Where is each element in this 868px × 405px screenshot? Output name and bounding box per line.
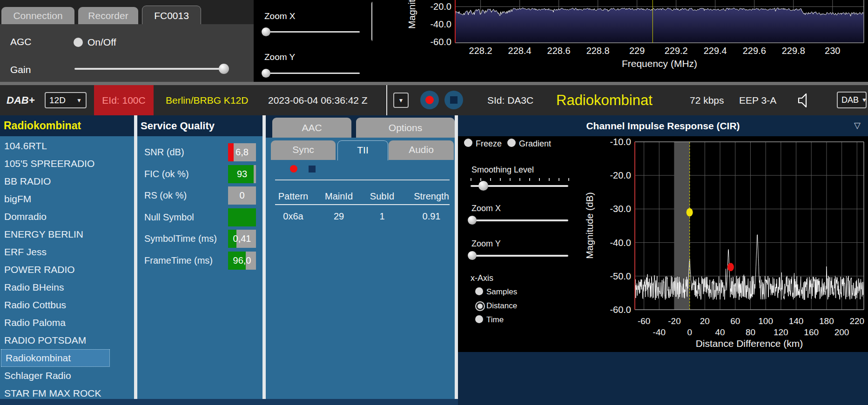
svg-text:228.8: 228.8 [586,46,610,56]
tab-options[interactable]: Options [356,118,455,138]
gain-slider-track[interactable] [74,68,220,70]
tab-connection[interactable]: Connection [1,7,74,24]
spectrum-zoom-controls: Zoom X Zoom Y [254,0,372,82]
gradient-label: Gradient [519,139,551,149]
panel-splitter[interactable] [134,115,137,399]
svg-text:229.6: 229.6 [743,46,766,56]
svg-text:120: 120 [774,327,788,337]
sq-label: FrameTime (ms) [144,252,213,270]
tii-col-header: Pattern [268,191,319,202]
station-list: 104.6RTL105'5 SPREERADIOBB RADIObigFMDom… [0,136,134,399]
station-item[interactable]: Radiokombinat [1,349,110,367]
cir-panel: Freeze Gradient Smoothing Level Zoom X Z… [458,136,868,351]
svg-text:229.4: 229.4 [704,46,727,56]
chevron-down-icon: ▼ [861,97,867,103]
chevron-down-icon: ▼ [76,97,82,104]
agc-radio[interactable] [74,38,83,47]
slider-tick [500,178,501,181]
cir-zoom-y-thumb[interactable] [468,251,477,260]
main-toolbar: DAB+ 12D ▼ EId: 100C Berlin/BRBG K12D 20… [0,85,868,115]
tii-stop-indicator[interactable] [309,166,316,173]
zoom-x-track[interactable] [262,31,360,33]
station-item[interactable]: POWER RADIO [0,261,134,279]
station-item[interactable]: Domradio [0,208,134,226]
station-item[interactable]: bigFM [0,190,134,208]
stop-button[interactable] [444,91,463,109]
service-quality-header: Service Quality [137,115,262,136]
service-quality-title: Service Quality [141,115,215,136]
service-id-label: SId: DA3C [487,85,533,115]
collapse-icon[interactable]: ▽ [854,115,861,136]
station-list-header: Radiokombinat [0,115,134,136]
station-item[interactable]: 105'5 SPREERADIO [0,155,134,173]
svg-text:-60.0: -60.0 [610,305,631,315]
station-item[interactable]: STAR FM MAX ROCK [0,385,134,399]
cir-footer [458,351,868,405]
station-item[interactable]: Schlager Radio [0,367,134,385]
smoothing-slider-thumb[interactable] [478,181,488,191]
sq-value-bar: 6,8 [228,143,256,161]
svg-text:160: 160 [804,327,819,337]
sq-value-text: 0 [228,186,256,205]
station-item[interactable]: Radio Cottbus [0,296,134,314]
station-item[interactable]: BB RADIO [0,173,134,190]
zoom-y-thumb[interactable] [262,69,270,78]
ensemble-id-text: EId: 100C [102,95,145,106]
tab-audio[interactable]: Audio [389,140,454,160]
station-item[interactable]: ERF Jess [0,243,134,261]
svg-text:-60.0: -60.0 [430,37,451,47]
expand-dropdown-button[interactable]: ▼ [393,93,409,108]
zoom-y-track[interactable] [262,73,360,74]
zoom-y-label: Zoom Y [264,52,295,62]
tab-aac[interactable]: AAC [272,118,351,138]
gradient-radio[interactable] [507,139,516,147]
speaker-icon[interactable] [796,92,813,109]
station-item[interactable]: RADIO POTSDAM [0,332,134,349]
output-mode-select[interactable]: DAB ▼ [837,92,867,108]
station-item[interactable]: Radio BHeins [0,279,134,296]
station-item[interactable]: ENERGY BERLIN [0,226,134,243]
mode-label: DAB+ [7,85,35,115]
cir-zoom-y-label: Zoom Y [471,239,501,249]
tii-record-indicator[interactable] [290,165,297,173]
slider-tick [539,178,540,181]
svg-text:Distance Difference (km): Distance Difference (km) [696,338,803,349]
svg-text:-50.0: -50.0 [610,271,631,281]
x-axis-option-label: Distance [486,301,517,311]
sq-value-text: 96,0 [228,252,256,270]
smoothing-label: Smoothing Level [471,165,534,175]
svg-text:-30.0: -30.0 [610,204,631,214]
station-item[interactable]: 104.6RTL [0,137,134,155]
cir-zoom-x-track[interactable] [471,219,568,221]
zoom-x-thumb[interactable] [262,27,270,36]
tii-cell-value: 1 [357,211,408,222]
cir-zoom-y-track[interactable] [471,255,568,257]
tab-tii[interactable]: TII [337,140,388,160]
svg-text:229.8: 229.8 [782,46,805,56]
sq-value-bar: 0 [228,186,256,205]
channel-select-value: 12D [49,95,66,106]
x-axis-radio-distance[interactable] [475,301,485,311]
svg-text:0: 0 [687,327,692,337]
bitrate-label: 72 kbps [690,85,724,115]
panel-splitter[interactable] [262,115,266,399]
x-axis-radio-time[interactable] [475,315,483,323]
echo-path-marker [727,263,734,271]
station-item[interactable]: Radio Paloma [0,314,134,332]
zoom-x-label: Zoom X [264,11,296,21]
decoder-tabs-top: AACOptions [266,115,455,138]
cir-zoom-x-thumb[interactable] [468,216,477,225]
panel-splitter[interactable] [455,115,458,399]
x-axis-radio-samples[interactable] [475,287,483,295]
channel-select[interactable]: 12D ▼ [45,92,87,108]
cir-zoom-x-label: Zoom X [471,204,501,213]
svg-text:200: 200 [834,327,849,337]
svg-text:Magnit: Magnit [406,0,417,29]
bottom-strip [0,399,458,405]
tab-sync[interactable]: Sync [271,140,336,160]
gain-slider-thumb[interactable] [219,64,229,74]
tab-recorder[interactable]: Recorder [78,7,138,24]
freeze-radio[interactable] [464,139,472,147]
current-service-name: Radiokombinat [556,85,653,115]
record-button[interactable] [420,91,439,109]
